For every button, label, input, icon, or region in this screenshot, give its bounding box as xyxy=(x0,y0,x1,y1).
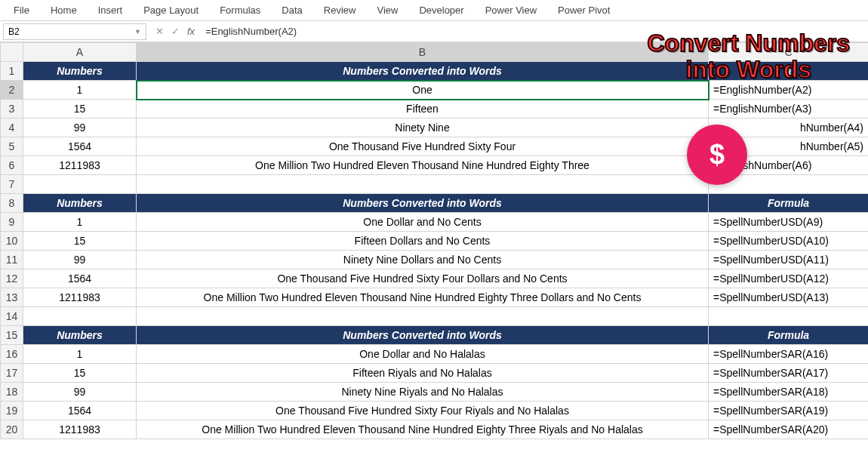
cell[interactable]: 1 xyxy=(23,345,137,364)
col-header-b[interactable]: B xyxy=(137,43,709,62)
table-header-words[interactable]: Numbers Converted into Words xyxy=(137,62,709,81)
cell[interactable] xyxy=(23,175,137,194)
cell[interactable]: =SpellNumberUSD(A13) xyxy=(709,288,869,307)
row-header[interactable]: 5 xyxy=(1,137,23,156)
row-header[interactable]: 20 xyxy=(1,420,23,439)
ribbon-tab-home[interactable]: Home xyxy=(40,2,88,19)
cell[interactable]: =SpellNumberUSD(A9) xyxy=(709,213,869,232)
cell[interactable]: =SpellNumberSAR(A16) xyxy=(709,345,869,364)
cell[interactable]: =SpellNumberUSD(A10) xyxy=(709,232,869,251)
cell[interactable]: =EnglishNumber(A2) xyxy=(709,81,869,100)
cell[interactable]: Ninety Nine Riyals and No Halalas xyxy=(137,383,709,402)
cell[interactable] xyxy=(137,175,709,194)
row-header[interactable]: 7 xyxy=(1,175,23,194)
cell[interactable]: 1211983 xyxy=(23,156,137,175)
cell[interactable]: Fifteen Dollars and No Cents xyxy=(137,232,709,251)
select-all-corner[interactable] xyxy=(1,43,23,62)
row-header[interactable]: 18 xyxy=(1,383,23,402)
cell[interactable]: One Dollar and No Halalas xyxy=(137,345,709,364)
cell[interactable]: One Million Two Hundred Eleven Thousand … xyxy=(137,288,709,307)
col-header-c[interactable]: C xyxy=(709,43,869,62)
table-header-numbers[interactable]: Numbers xyxy=(23,326,137,345)
cell[interactable]: 1564 xyxy=(23,402,137,420)
cell[interactable]: One Thousand Five Hundred Sixty Four xyxy=(137,137,709,156)
cell[interactable]: =EnglishNumber(A3) xyxy=(709,100,869,119)
cell[interactable]: 15 xyxy=(23,364,137,383)
ribbon-tab-review[interactable]: Review xyxy=(313,2,367,19)
row-header[interactable]: 15 xyxy=(1,326,23,345)
ribbon-tab-formulas[interactable]: Formulas xyxy=(209,2,271,19)
ribbon: File Home Insert Page Layout Formulas Da… xyxy=(0,0,868,21)
cell[interactable]: Ninety Nine xyxy=(137,119,709,137)
table-header-numbers[interactable]: Numbers xyxy=(23,194,137,213)
cell[interactable]: 1564 xyxy=(23,137,137,156)
row-header[interactable]: 14 xyxy=(1,307,23,326)
cancel-icon[interactable]: ✕ xyxy=(155,26,164,37)
cell[interactable]: Fifteen Riyals and No Halalas xyxy=(137,364,709,383)
table-header-words[interactable]: Numbers Converted into Words xyxy=(137,326,709,345)
row-header[interactable]: 19 xyxy=(1,402,23,420)
row-header[interactable]: 11 xyxy=(1,251,23,269)
dollar-badge-icon: $ xyxy=(687,125,747,185)
row-header[interactable]: 2 xyxy=(1,81,23,100)
cell[interactable] xyxy=(137,307,709,326)
row-header[interactable]: 9 xyxy=(1,213,23,232)
cell[interactable]: 99 xyxy=(23,251,137,269)
ribbon-tab-data[interactable]: Data xyxy=(271,2,312,19)
name-box[interactable]: B2 ▼ xyxy=(3,23,146,40)
cell[interactable]: 99 xyxy=(23,119,137,137)
table-header-words[interactable]: Numbers Converted into Words xyxy=(137,194,709,213)
cell[interactable]: =SpellNumberSAR(A18) xyxy=(709,383,869,402)
ribbon-tab-file[interactable]: File xyxy=(3,2,40,19)
fx-icon[interactable]: fx xyxy=(187,26,195,37)
row-header[interactable]: 17 xyxy=(1,364,23,383)
cell[interactable] xyxy=(709,307,869,326)
row-header[interactable]: 16 xyxy=(1,345,23,364)
cell[interactable]: Fifteen xyxy=(137,100,709,119)
cell[interactable]: One Million Two Hundred Eleven Thousand … xyxy=(137,156,709,175)
row-header[interactable]: 8 xyxy=(1,194,23,213)
accept-icon[interactable]: ✓ xyxy=(171,26,180,37)
cell[interactable]: One Thousand Five Hundred Sixty Four Dol… xyxy=(137,269,709,288)
cell[interactable]: Ninety Nine Dollars and No Cents xyxy=(137,251,709,269)
ribbon-tab-developer[interactable]: Developer xyxy=(408,2,474,19)
ribbon-tab-powerpivot[interactable]: Power Pivot xyxy=(547,2,620,19)
ribbon-tab-view[interactable]: View xyxy=(366,2,408,19)
cell[interactable]: 1 xyxy=(23,213,137,232)
ribbon-tab-powerview[interactable]: Power View xyxy=(475,2,547,19)
cell[interactable]: 99 xyxy=(23,383,137,402)
cell[interactable] xyxy=(23,307,137,326)
cell[interactable]: 1211983 xyxy=(23,288,137,307)
formula-input[interactable] xyxy=(201,23,868,40)
row-header[interactable]: 4 xyxy=(1,119,23,137)
row-header[interactable]: 1 xyxy=(1,62,23,81)
row-header[interactable]: 3 xyxy=(1,100,23,119)
table-header-numbers[interactable]: Numbers xyxy=(23,62,137,81)
cell[interactable]: One Dollar and No Cents xyxy=(137,213,709,232)
cell[interactable]: =SpellNumberSAR(A20) xyxy=(709,420,869,439)
table-header-formula[interactable]: Formula xyxy=(709,194,869,213)
row-header[interactable]: 6 xyxy=(1,156,23,175)
cell[interactable]: =SpellNumberSAR(A19) xyxy=(709,402,869,420)
chevron-down-icon[interactable]: ▼ xyxy=(134,28,141,35)
table-header-formula[interactable]: a xyxy=(709,62,869,81)
cell[interactable]: One Thousand Five Hundred Sixty Four Riy… xyxy=(137,402,709,420)
col-header-a[interactable]: A xyxy=(23,43,137,62)
table-header-formula[interactable]: Formula xyxy=(709,326,869,345)
cell[interactable]: =SpellNumberSAR(A17) xyxy=(709,364,869,383)
cell[interactable]: 15 xyxy=(23,100,137,119)
cell[interactable]: 1564 xyxy=(23,269,137,288)
cell[interactable]: 1211983 xyxy=(23,420,137,439)
spreadsheet-grid[interactable]: A B C 1 Numbers Numbers Converted into W… xyxy=(0,42,868,439)
row-header[interactable]: 10 xyxy=(1,232,23,251)
cell[interactable]: One Million Two Hundred Eleven Thousand … xyxy=(137,420,709,439)
row-header[interactable]: 13 xyxy=(1,288,23,307)
cell[interactable]: 15 xyxy=(23,232,137,251)
cell-selected[interactable]: One xyxy=(137,81,709,100)
ribbon-tab-insert[interactable]: Insert xyxy=(88,2,134,19)
row-header[interactable]: 12 xyxy=(1,269,23,288)
cell[interactable]: 1 xyxy=(23,81,137,100)
ribbon-tab-pagelayout[interactable]: Page Layout xyxy=(133,2,209,19)
cell[interactable]: =SpellNumberUSD(A12) xyxy=(709,269,869,288)
cell[interactable]: =SpellNumberUSD(A11) xyxy=(709,251,869,269)
